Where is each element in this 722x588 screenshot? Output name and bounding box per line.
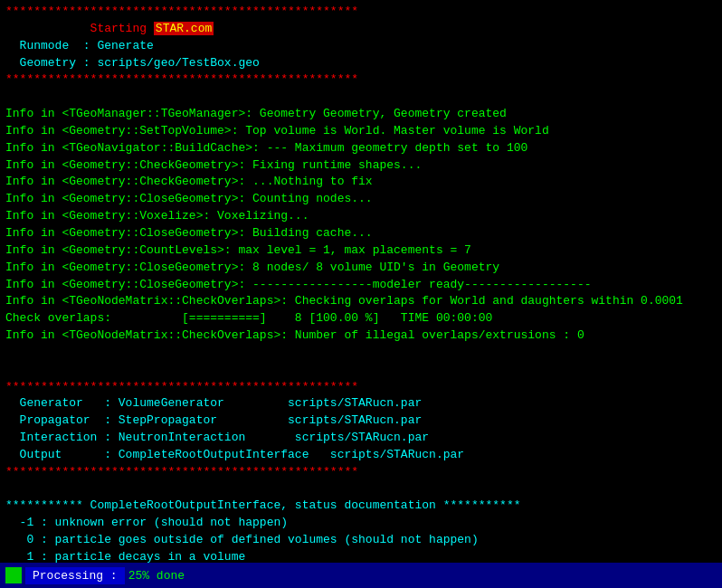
line-stars-4: ****************************************… [5, 464, 717, 481]
green-indicator [5, 567, 22, 583]
line-blank-4 [5, 481, 717, 498]
line-status-0: 0 : particle goes outside of defined vol… [5, 532, 717, 549]
line-geometry-path: Geometry : scripts/geo/TestBox.geo [5, 55, 717, 72]
line-info-4: Info in <Geometry::CheckGeometry>: Fixin… [5, 157, 717, 175]
line-interaction: Interaction : NeutronInteraction scripts… [5, 430, 717, 447]
line-propagator: Propagator : StepPropagator scripts/STAR… [5, 413, 717, 430]
processing-label: Processing : [25, 567, 125, 584]
terminal-window: ****************************************… [0, 0, 722, 588]
line-info-2: Info in <Geometry::SetTopVolume>: Top vo… [5, 123, 717, 140]
line-blank-1 [5, 89, 717, 106]
line-info-12: Info in <TGeoNodeMatrix::CheckOverlaps>:… [5, 293, 717, 310]
line-info-1: Info in <TGeoManager::TGeoManager>: Geom… [5, 106, 717, 123]
line-generator: Generator : VolumeGenerator scripts/STAR… [5, 395, 717, 413]
line-output: Output : CompleteRootOutputInterface scr… [5, 447, 717, 464]
line-check-overlaps: Check overlaps: [==========] 8 [100.00 %… [5, 310, 717, 327]
line-runmode: Runmode : Generate [5, 38, 717, 55]
line-info-6: Info in <Geometry::CloseGeometry>: Count… [5, 191, 717, 208]
line-info-5: Info in <Geometry::CheckGeometry>: ...No… [5, 174, 717, 191]
line-blank-2 [5, 345, 717, 362]
line-stars-2: ****************************************… [5, 71, 717, 89]
line-info-11: Info in <Geometry::CloseGeometry>: -----… [5, 277, 717, 294]
line-info-8: Info in <Geometry::CloseGeometry>: Build… [5, 225, 717, 242]
line-info-9: Info in <Geometry::CountLevels>: max lev… [5, 242, 717, 260]
text-starting: Starting [5, 22, 154, 35]
line-info-10: Info in <Geometry::CloseGeometry>: 8 nod… [5, 260, 717, 277]
text-star-com: STAR.com [154, 22, 214, 35]
status-bar: Processing : 25% done [0, 563, 722, 588]
line-starting: Starting STAR.com [5, 21, 717, 38]
line-info-3: Info in <TGeoNavigator::BuildCache>: ---… [5, 140, 717, 157]
line-info-7: Info in <Geometry::Voxelize>: Voxelizing… [5, 208, 717, 225]
line-stars-3: ****************************************… [5, 379, 717, 396]
line-stars-1: ****************************************… [5, 4, 717, 21]
done-label: 25% done [128, 569, 185, 583]
line-blank-3 [5, 362, 717, 379]
line-info-13: Info in <TGeoNodeMatrix::CheckOverlaps>:… [5, 327, 717, 345]
line-complete-header: *********** CompleteRootOutputInterface,… [5, 498, 717, 515]
line-status-minus1: -1 : unknown error (should not happen) [5, 515, 717, 532]
